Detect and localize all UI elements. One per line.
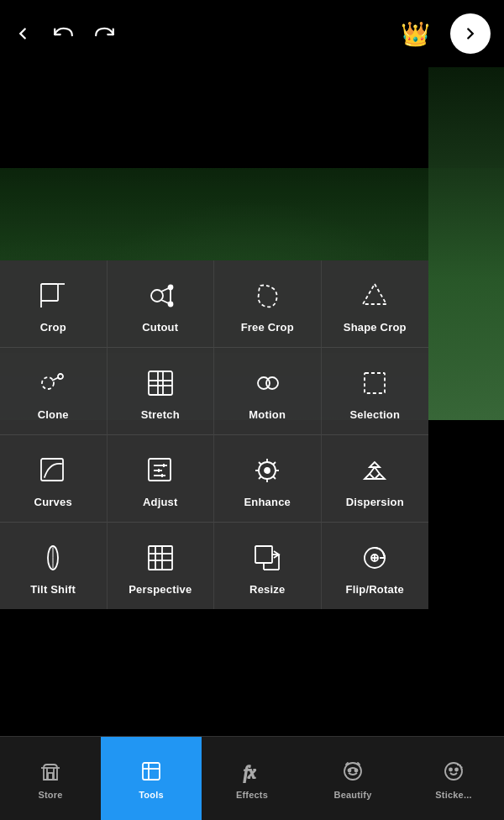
svg-point-64 — [344, 763, 361, 780]
tool-perspective[interactable]: Perspective — [108, 523, 215, 609]
back-button[interactable] — [13, 24, 32, 43]
svg-rect-22 — [149, 459, 171, 481]
svg-line-35 — [273, 476, 276, 479]
cutout-label: Cutout — [142, 321, 178, 334]
free-crop-label: Free Crop — [241, 321, 294, 334]
perspective-label: Perspective — [129, 583, 192, 596]
top-bar: 👑 — [0, 0, 504, 67]
tool-cutout[interactable]: Cutout — [108, 260, 215, 348]
shape-crop-icon — [356, 277, 393, 314]
tool-enhance[interactable]: Enhance — [214, 435, 322, 523]
nav-tools[interactable]: Tools — [101, 737, 202, 820]
nav-sticker[interactable]: Sticke... — [403, 737, 504, 820]
resize-label: Resize — [249, 583, 285, 596]
svg-point-38 — [265, 468, 270, 473]
svg-point-8 — [168, 302, 172, 307]
svg-point-19 — [266, 377, 278, 389]
nav-store[interactable]: Store — [0, 737, 101, 820]
svg-line-37 — [259, 476, 261, 479]
crop-label: Crop — [40, 321, 66, 334]
tool-free-crop[interactable]: Free Crop — [214, 260, 322, 348]
svg-rect-59 — [48, 773, 53, 780]
svg-point-68 — [449, 768, 452, 770]
next-button[interactable] — [450, 13, 491, 54]
clone-icon — [34, 365, 71, 402]
beautify-icon — [339, 758, 366, 785]
redo-button[interactable] — [94, 23, 116, 45]
motion-label: Motion — [249, 408, 286, 421]
selection-label: Selection — [349, 408, 400, 421]
svg-marker-40 — [365, 474, 375, 479]
cutout-icon — [142, 277, 179, 314]
sticker-label: Sticke... — [435, 790, 471, 800]
enhance-label: Enhance — [244, 496, 291, 508]
top-bar-right: 👑 — [401, 13, 491, 54]
dispersion-label: Dispersion — [346, 496, 404, 508]
svg-point-67 — [445, 763, 462, 780]
top-bar-left — [13, 23, 116, 45]
undo-button[interactable] — [52, 23, 74, 45]
curves-label: Curves — [34, 496, 72, 508]
svg-rect-60 — [143, 763, 160, 780]
flip-rotate-icon — [356, 539, 393, 576]
effects-icon: fx — [239, 758, 265, 785]
tool-stretch[interactable]: Stretch — [108, 348, 215, 435]
svg-rect-13 — [149, 371, 172, 395]
stretch-icon — [142, 365, 179, 402]
tools-panel: Crop Cutout Free Crop — [0, 260, 428, 609]
svg-point-12 — [58, 374, 63, 379]
motion-icon — [249, 365, 286, 402]
svg-line-34 — [259, 462, 261, 465]
tool-tilt-shift[interactable]: Tilt Shift — [0, 523, 108, 609]
free-crop-icon — [249, 277, 286, 314]
flip-rotate-label: Flip/Rotate — [346, 583, 404, 596]
tilt-shift-label: Tilt Shift — [30, 583, 76, 596]
tool-resize[interactable]: Resize — [214, 523, 322, 609]
svg-marker-9 — [363, 284, 386, 304]
tilt-shift-icon — [34, 539, 71, 576]
tool-dispersion[interactable]: Dispersion — [322, 435, 429, 523]
svg-point-7 — [168, 286, 172, 290]
svg-rect-20 — [365, 373, 385, 393]
svg-marker-41 — [375, 474, 385, 479]
svg-rect-50 — [255, 546, 272, 563]
tools-label: Tools — [139, 790, 164, 800]
bottom-nav: Store Tools fx Effects — [0, 736, 504, 820]
tool-crop[interactable]: Crop — [0, 260, 108, 348]
crown-icon: 👑 — [401, 20, 430, 48]
tool-adjust[interactable]: Adjust — [108, 435, 215, 523]
tool-flip-rotate[interactable]: Flip/Rotate — [322, 523, 429, 609]
dispersion-icon — [356, 452, 393, 489]
svg-text:fx: fx — [244, 763, 256, 782]
svg-line-43 — [375, 467, 380, 474]
adjust-icon — [142, 452, 179, 489]
svg-point-69 — [455, 768, 458, 770]
svg-point-66 — [355, 769, 358, 771]
nav-effects[interactable]: fx Effects — [202, 737, 302, 820]
perspective-icon — [142, 539, 179, 576]
clone-label: Clone — [38, 408, 69, 421]
svg-point-3 — [151, 290, 163, 302]
selection-icon — [356, 365, 393, 402]
svg-point-10 — [42, 377, 54, 389]
svg-line-36 — [273, 462, 276, 465]
nav-beautify[interactable]: Beautify — [302, 737, 403, 820]
sticker-icon — [440, 758, 467, 785]
crop-icon — [34, 277, 71, 314]
tool-shape-crop[interactable]: Shape Crop — [322, 260, 429, 348]
effects-label: Effects — [236, 790, 268, 800]
tool-selection[interactable]: Selection — [322, 348, 429, 435]
svg-marker-39 — [370, 462, 380, 467]
tool-clone[interactable]: Clone — [0, 348, 108, 435]
adjust-label: Adjust — [143, 496, 178, 508]
resize-icon — [249, 539, 286, 576]
store-icon — [37, 758, 64, 785]
tool-motion[interactable]: Motion — [214, 348, 322, 435]
shape-crop-label: Shape Crop — [344, 321, 407, 334]
tool-curves[interactable]: Curves — [0, 435, 108, 523]
stretch-label: Stretch — [141, 408, 180, 421]
tools-grid: Crop Cutout Free Crop — [0, 260, 428, 609]
svg-point-65 — [349, 769, 351, 771]
curves-icon — [34, 452, 71, 489]
enhance-icon — [249, 452, 286, 489]
